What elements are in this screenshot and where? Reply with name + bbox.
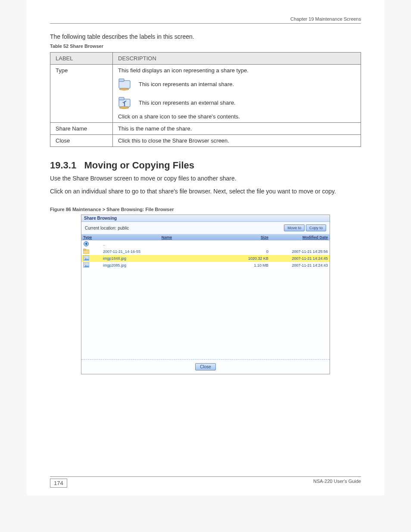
svg-rect-4 xyxy=(119,97,124,100)
file-date: 2007-11-21 14:24:45 xyxy=(270,255,330,262)
type-outro: Click on a share icon to see the share's… xyxy=(118,113,355,120)
table-caption: Table 52 Share Browser xyxy=(50,44,361,49)
figure-caption: Figure 86 Maintenance > Share Browsing: … xyxy=(50,207,361,212)
file-name: .. xyxy=(101,240,232,248)
file-size: 0 xyxy=(232,248,270,255)
icon-desc-internal: This icon represents an internal share. xyxy=(139,81,234,87)
cell-desc: This is the name of the share. xyxy=(113,123,361,135)
col-size[interactable]: Size xyxy=(232,234,270,240)
svg-point-5 xyxy=(124,105,125,106)
copy-to-button[interactable]: Copy to xyxy=(306,224,326,231)
label-description-table: LABEL DESCRIPTION Type This field displa… xyxy=(50,52,361,147)
current-location: Current location: public xyxy=(85,226,129,230)
chapter-label: Chapter 19 Maintenance Screens xyxy=(290,16,361,22)
col-name[interactable]: Name xyxy=(101,234,232,240)
cell-desc: Click this to close the Share Browser sc… xyxy=(113,135,361,147)
cell-label: Close xyxy=(50,135,113,147)
close-button[interactable]: Close xyxy=(195,363,216,370)
cell-desc: This field displays an icon representing… xyxy=(113,65,361,123)
file-date: 2007-11-21 14:25:56 xyxy=(270,248,330,255)
svg-rect-0 xyxy=(119,81,130,88)
folder-share-icon xyxy=(118,76,133,92)
icon-desc-external: This icon represents an external share. xyxy=(139,100,236,106)
table-row[interactable]: imgp2085.jpg 1.10 MB 2007-11-21 14:24:43 xyxy=(81,262,330,269)
section-number: 19.3.1 xyxy=(50,160,76,171)
col-type[interactable]: Type xyxy=(81,234,101,240)
svg-rect-9 xyxy=(83,249,86,250)
file-name: imgp2085.jpg xyxy=(101,262,232,269)
body-p2: Click on an individual share to go to th… xyxy=(50,187,361,196)
up-icon xyxy=(83,243,89,248)
section-title: Moving or Copying Files xyxy=(84,160,194,171)
file-date: 2007-11-21 14:24:43 xyxy=(270,262,330,269)
intro-text: The following table describes the labels… xyxy=(50,33,361,40)
share-browsing-window: Share Browsing Current location: public … xyxy=(81,215,330,374)
file-name: imgp1848.jpg xyxy=(101,255,232,262)
cell-label: Share Name xyxy=(50,123,113,135)
page-number: 174 xyxy=(50,479,67,488)
body-p1: Use the Share Browser screen to move or … xyxy=(50,174,361,183)
file-size xyxy=(232,240,270,248)
file-size: 1.10 MB xyxy=(232,262,270,269)
svg-point-6 xyxy=(119,107,129,109)
image-file-icon xyxy=(83,264,89,268)
section-heading: 19.3.1 Moving or Copying Files xyxy=(50,160,361,171)
svg-rect-1 xyxy=(119,79,124,81)
col-modified[interactable]: Modified Date xyxy=(270,234,330,240)
cell-label: Type xyxy=(50,65,113,123)
page-header: Chapter 19 Maintenance Screens xyxy=(50,16,361,24)
window-title: Share Browsing xyxy=(81,215,330,222)
file-list-table: Type Name Size Modified Date .. 2007-11-… xyxy=(81,234,330,269)
table-row: Type This field displays an icon represe… xyxy=(50,65,361,123)
type-intro: This field displays an icon representing… xyxy=(118,67,355,74)
usb-folder-icon xyxy=(118,95,133,111)
table-row: Close Click this to close the Share Brow… xyxy=(50,135,361,147)
svg-point-11 xyxy=(84,257,86,258)
svg-point-13 xyxy=(84,264,86,265)
move-to-button[interactable]: Move to xyxy=(284,224,305,231)
file-date xyxy=(270,240,330,248)
col-label: LABEL xyxy=(50,53,113,65)
file-name: 2007-11-21_14-16-55 xyxy=(101,248,232,255)
col-description: DESCRIPTION xyxy=(113,53,361,65)
page-footer: 174 NSA-220 User's Guide xyxy=(50,476,361,488)
product-name: NSA-220 User's Guide xyxy=(313,479,361,484)
svg-point-2 xyxy=(119,88,129,90)
table-row[interactable]: 2007-11-21_14-16-55 0 2007-11-21 14:25:5… xyxy=(81,248,330,255)
folder-icon xyxy=(83,250,89,255)
table-row-up[interactable]: .. xyxy=(81,240,330,248)
image-file-icon xyxy=(83,257,89,261)
table-row: Share Name This is the name of the share… xyxy=(50,123,361,135)
file-size: 1020.32 KB xyxy=(232,255,270,262)
table-row-selected[interactable]: imgp1848.jpg 1020.32 KB 2007-11-21 14:24… xyxy=(81,255,330,262)
